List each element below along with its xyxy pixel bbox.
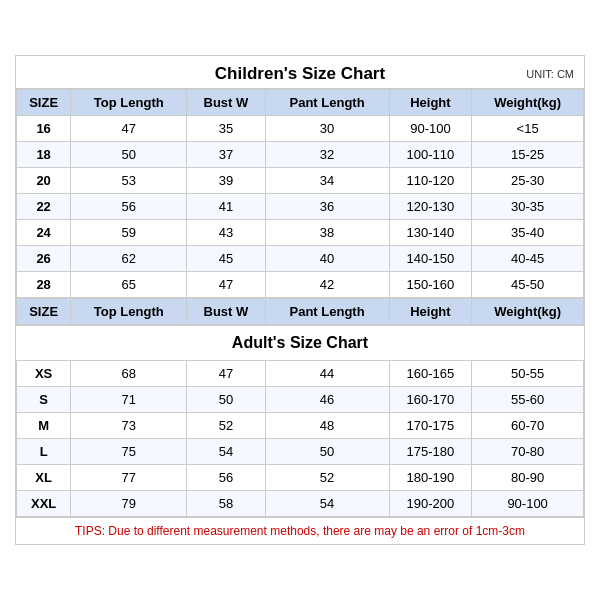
children-cell: 36 xyxy=(265,194,389,220)
adult-cell: XS xyxy=(17,361,71,387)
children-table-row: 20533934110-12025-30 xyxy=(17,168,584,194)
adult-cell: 70-80 xyxy=(472,439,584,465)
children-cell: 47 xyxy=(71,116,187,142)
adult-cell: 54 xyxy=(187,439,265,465)
adult-size-table: Adult's Size Chart SIZE Top Length Bust … xyxy=(16,298,584,517)
adult-cell: 180-190 xyxy=(389,465,472,491)
adult-cell: 46 xyxy=(265,387,389,413)
children-table-row: 1647353090-100<15 xyxy=(17,116,584,142)
children-cell: 43 xyxy=(187,220,265,246)
adult-table-row: L755450175-18070-80 xyxy=(17,439,584,465)
children-cell: 45-50 xyxy=(472,272,584,298)
children-cell: 42 xyxy=(265,272,389,298)
adult-cell: 50 xyxy=(187,387,265,413)
adult-chart-title: Adult's Size Chart xyxy=(17,325,584,361)
adult-cell: 80-90 xyxy=(472,465,584,491)
children-col-top-length: Top Length xyxy=(71,90,187,116)
children-col-height: Height xyxy=(389,90,472,116)
children-cell: 18 xyxy=(17,142,71,168)
children-table-row: 22564136120-13030-35 xyxy=(17,194,584,220)
adult-cell: M xyxy=(17,413,71,439)
children-cell: 140-150 xyxy=(389,246,472,272)
children-col-pant-length: Pant Length xyxy=(265,90,389,116)
children-cell: 62 xyxy=(71,246,187,272)
children-cell: 41 xyxy=(187,194,265,220)
children-cell: 90-100 xyxy=(389,116,472,142)
adult-cell: L xyxy=(17,439,71,465)
adult-cell: 160-170 xyxy=(389,387,472,413)
children-cell: <15 xyxy=(472,116,584,142)
adult-cell: 48 xyxy=(265,413,389,439)
adult-cell: 50-55 xyxy=(472,361,584,387)
children-cell: 130-140 xyxy=(389,220,472,246)
adult-col-bust-w: Bust W xyxy=(187,299,265,326)
children-cell: 15-25 xyxy=(472,142,584,168)
children-cell: 53 xyxy=(71,168,187,194)
children-cell: 16 xyxy=(17,116,71,142)
children-cell: 38 xyxy=(265,220,389,246)
children-header-row: SIZE Top Length Bust W Pant Length Heigh… xyxy=(17,90,584,116)
children-cell: 50 xyxy=(71,142,187,168)
children-table-row: 28654742150-16045-50 xyxy=(17,272,584,298)
children-cell: 120-130 xyxy=(389,194,472,220)
adult-cell: XL xyxy=(17,465,71,491)
adult-cell: 71 xyxy=(71,387,187,413)
children-cell: 59 xyxy=(71,220,187,246)
children-cell: 20 xyxy=(17,168,71,194)
children-chart-title: Children's Size Chart xyxy=(215,64,385,84)
adult-title-row: Adult's Size Chart xyxy=(17,325,584,361)
adult-table-row: S715046160-17055-60 xyxy=(17,387,584,413)
adult-cell: 47 xyxy=(187,361,265,387)
adult-cell: 52 xyxy=(187,413,265,439)
children-table-row: 18503732100-11015-25 xyxy=(17,142,584,168)
children-col-bust-w: Bust W xyxy=(187,90,265,116)
adult-cell: 175-180 xyxy=(389,439,472,465)
adult-col-height: Height xyxy=(389,299,472,326)
children-cell: 26 xyxy=(17,246,71,272)
children-cell: 47 xyxy=(187,272,265,298)
children-cell: 40-45 xyxy=(472,246,584,272)
adult-cell: 52 xyxy=(265,465,389,491)
tips-row: TIPS: Due to different measurement metho… xyxy=(16,517,584,544)
adult-cell: S xyxy=(17,387,71,413)
children-cell: 34 xyxy=(265,168,389,194)
adult-cell: 73 xyxy=(71,413,187,439)
adult-table-header: SIZE Top Length Bust W Pant Length Heigh… xyxy=(17,299,584,326)
adult-cell: 44 xyxy=(265,361,389,387)
adult-col-size: SIZE xyxy=(17,299,71,326)
children-table-row: 26624540140-15040-45 xyxy=(17,246,584,272)
children-cell: 45 xyxy=(187,246,265,272)
children-cell: 65 xyxy=(71,272,187,298)
children-cell: 24 xyxy=(17,220,71,246)
adult-cell: 50 xyxy=(265,439,389,465)
adult-cell: 68 xyxy=(71,361,187,387)
children-cell: 100-110 xyxy=(389,142,472,168)
adult-cell: 190-200 xyxy=(389,491,472,517)
children-cell: 25-30 xyxy=(472,168,584,194)
adult-cell: 75 xyxy=(71,439,187,465)
adult-table-row: XXL795854190-20090-100 xyxy=(17,491,584,517)
adult-cell: 55-60 xyxy=(472,387,584,413)
adult-col-pant-length: Pant Length xyxy=(265,299,389,326)
children-cell: 22 xyxy=(17,194,71,220)
tips-text: TIPS: Due to different measurement metho… xyxy=(75,524,525,538)
children-size-table: SIZE Top Length Bust W Pant Length Heigh… xyxy=(16,89,584,298)
children-table-body: 1647353090-100<1518503732100-11015-25205… xyxy=(17,116,584,298)
unit-label: UNIT: CM xyxy=(526,68,574,80)
children-table-header: SIZE Top Length Bust W Pant Length Heigh… xyxy=(17,90,584,116)
children-col-size: SIZE xyxy=(17,90,71,116)
children-cell: 40 xyxy=(265,246,389,272)
children-cell: 39 xyxy=(187,168,265,194)
children-cell: 56 xyxy=(71,194,187,220)
children-table-row: 24594338130-14035-40 xyxy=(17,220,584,246)
adult-table-row: XL775652180-19080-90 xyxy=(17,465,584,491)
adult-cell: XXL xyxy=(17,491,71,517)
children-cell: 35 xyxy=(187,116,265,142)
children-cell: 150-160 xyxy=(389,272,472,298)
children-cell: 32 xyxy=(265,142,389,168)
children-cell: 30 xyxy=(265,116,389,142)
adult-cell: 160-165 xyxy=(389,361,472,387)
children-cell: 28 xyxy=(17,272,71,298)
children-cell: 30-35 xyxy=(472,194,584,220)
adult-table-body: XS684744160-16550-55S715046160-17055-60M… xyxy=(17,361,584,517)
